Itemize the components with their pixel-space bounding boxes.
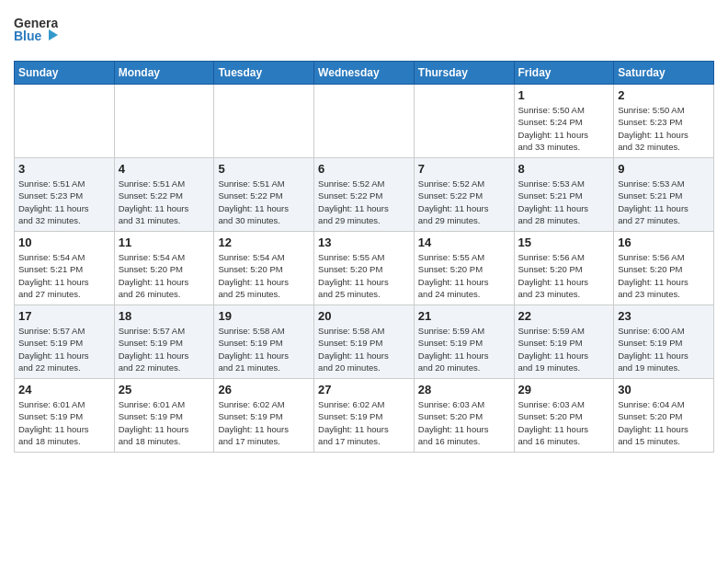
day-info: Sunrise: 5:51 AM Sunset: 5:23 PM Dayligh… xyxy=(18,178,110,226)
day-number: 7 xyxy=(418,162,510,176)
calendar-cell: 19Sunrise: 5:58 AM Sunset: 5:19 PM Dayli… xyxy=(214,305,314,379)
calendar-cell: 16Sunrise: 5:56 AM Sunset: 5:20 PM Dayli… xyxy=(614,232,714,305)
weekday-header-tuesday: Tuesday xyxy=(214,62,314,85)
day-number: 10 xyxy=(18,236,110,249)
calendar-cell: 24Sunrise: 6:01 AM Sunset: 5:19 PM Dayli… xyxy=(15,379,115,453)
day-number: 20 xyxy=(318,309,410,323)
calendar-cell: 27Sunrise: 6:02 AM Sunset: 5:19 PM Dayli… xyxy=(314,379,415,453)
calendar-cell: 5Sunrise: 5:51 AM Sunset: 5:22 PM Daylig… xyxy=(214,158,314,232)
day-info: Sunrise: 5:50 AM Sunset: 5:23 PM Dayligh… xyxy=(618,104,710,153)
day-number: 19 xyxy=(218,309,310,323)
day-info: Sunrise: 5:50 AM Sunset: 5:24 PM Dayligh… xyxy=(518,104,610,153)
calendar-cell: 21Sunrise: 5:59 AM Sunset: 5:19 PM Dayli… xyxy=(414,305,514,379)
day-number: 30 xyxy=(618,383,710,396)
calendar-week-row: 10Sunrise: 5:54 AM Sunset: 5:21 PM Dayli… xyxy=(15,232,714,305)
day-info: Sunrise: 5:57 AM Sunset: 5:19 PM Dayligh… xyxy=(119,325,210,373)
weekday-header-wednesday: Wednesday xyxy=(314,62,415,85)
calendar-table: SundayMondayTuesdayWednesdayThursdayFrid… xyxy=(14,61,714,453)
weekday-header-sunday: Sunday xyxy=(15,62,115,85)
day-info: Sunrise: 5:53 AM Sunset: 5:21 PM Dayligh… xyxy=(518,178,610,226)
calendar-cell: 28Sunrise: 6:03 AM Sunset: 5:20 PM Dayli… xyxy=(414,379,514,453)
calendar-cell: 22Sunrise: 5:59 AM Sunset: 5:19 PM Dayli… xyxy=(514,305,614,379)
calendar-cell: 1Sunrise: 5:50 AM Sunset: 5:24 PM Daylig… xyxy=(514,85,614,158)
calendar-cell: 17Sunrise: 5:57 AM Sunset: 5:19 PM Dayli… xyxy=(15,305,115,379)
calendar-cell: 9Sunrise: 5:53 AM Sunset: 5:21 PM Daylig… xyxy=(614,158,714,232)
day-info: Sunrise: 6:01 AM Sunset: 5:19 PM Dayligh… xyxy=(119,398,210,447)
calendar-cell: 30Sunrise: 6:04 AM Sunset: 5:20 PM Dayli… xyxy=(614,379,714,453)
day-number: 21 xyxy=(418,309,510,323)
calendar-cell xyxy=(114,85,214,158)
calendar-week-row: 24Sunrise: 6:01 AM Sunset: 5:19 PM Dayli… xyxy=(15,379,714,453)
day-number: 22 xyxy=(518,309,610,323)
day-info: Sunrise: 6:01 AM Sunset: 5:19 PM Dayligh… xyxy=(18,398,110,447)
day-info: Sunrise: 5:54 AM Sunset: 5:21 PM Dayligh… xyxy=(18,251,110,300)
calendar-cell: 7Sunrise: 5:52 AM Sunset: 5:22 PM Daylig… xyxy=(414,158,514,232)
calendar-week-row: 17Sunrise: 5:57 AM Sunset: 5:19 PM Dayli… xyxy=(15,305,714,379)
day-number: 1 xyxy=(518,88,610,102)
day-info: Sunrise: 5:51 AM Sunset: 5:22 PM Dayligh… xyxy=(218,178,310,226)
day-number: 16 xyxy=(618,236,710,249)
calendar-week-row: 1Sunrise: 5:50 AM Sunset: 5:24 PM Daylig… xyxy=(15,85,714,158)
day-number: 29 xyxy=(518,383,610,396)
day-info: Sunrise: 6:02 AM Sunset: 5:19 PM Dayligh… xyxy=(318,398,410,447)
day-info: Sunrise: 5:59 AM Sunset: 5:19 PM Dayligh… xyxy=(418,325,510,373)
calendar-cell: 18Sunrise: 5:57 AM Sunset: 5:19 PM Dayli… xyxy=(114,305,214,379)
day-number: 26 xyxy=(218,383,310,396)
calendar-cell: 10Sunrise: 5:54 AM Sunset: 5:21 PM Dayli… xyxy=(15,232,115,305)
day-number: 5 xyxy=(218,162,310,176)
calendar-cell: 11Sunrise: 5:54 AM Sunset: 5:20 PM Dayli… xyxy=(114,232,214,305)
day-number: 11 xyxy=(119,236,210,249)
calendar-cell: 12Sunrise: 5:54 AM Sunset: 5:20 PM Dayli… xyxy=(214,232,314,305)
svg-marker-2 xyxy=(49,29,58,40)
day-number: 8 xyxy=(518,162,610,176)
day-info: Sunrise: 5:55 AM Sunset: 5:20 PM Dayligh… xyxy=(418,251,510,300)
day-info: Sunrise: 5:56 AM Sunset: 5:20 PM Dayligh… xyxy=(518,251,610,300)
day-number: 15 xyxy=(518,236,610,249)
day-number: 6 xyxy=(318,162,410,176)
calendar-cell: 23Sunrise: 6:00 AM Sunset: 5:19 PM Dayli… xyxy=(614,305,714,379)
day-number: 28 xyxy=(418,383,510,396)
calendar-header: SundayMondayTuesdayWednesdayThursdayFrid… xyxy=(15,62,714,85)
day-info: Sunrise: 5:58 AM Sunset: 5:19 PM Dayligh… xyxy=(218,325,310,373)
weekday-header-saturday: Saturday xyxy=(614,62,714,85)
calendar-cell: 6Sunrise: 5:52 AM Sunset: 5:22 PM Daylig… xyxy=(314,158,415,232)
day-info: Sunrise: 5:51 AM Sunset: 5:22 PM Dayligh… xyxy=(119,178,210,226)
day-number: 23 xyxy=(618,309,710,323)
day-number: 24 xyxy=(18,383,110,396)
day-info: Sunrise: 6:03 AM Sunset: 5:20 PM Dayligh… xyxy=(418,398,510,447)
calendar-week-row: 3Sunrise: 5:51 AM Sunset: 5:23 PM Daylig… xyxy=(15,158,714,232)
calendar-cell: 2Sunrise: 5:50 AM Sunset: 5:23 PM Daylig… xyxy=(614,85,714,158)
calendar-cell xyxy=(414,85,514,158)
calendar-cell: 3Sunrise: 5:51 AM Sunset: 5:23 PM Daylig… xyxy=(15,158,115,232)
day-info: Sunrise: 5:55 AM Sunset: 5:20 PM Dayligh… xyxy=(318,251,410,300)
calendar-cell: 14Sunrise: 5:55 AM Sunset: 5:20 PM Dayli… xyxy=(414,232,514,305)
day-info: Sunrise: 6:04 AM Sunset: 5:20 PM Dayligh… xyxy=(618,398,710,447)
logo: General Blue xyxy=(14,13,62,53)
day-info: Sunrise: 6:02 AM Sunset: 5:19 PM Dayligh… xyxy=(218,398,310,447)
day-number: 2 xyxy=(618,88,710,102)
calendar-cell: 13Sunrise: 5:55 AM Sunset: 5:20 PM Dayli… xyxy=(314,232,415,305)
day-number: 27 xyxy=(318,383,410,396)
day-info: Sunrise: 5:59 AM Sunset: 5:19 PM Dayligh… xyxy=(518,325,610,373)
calendar-cell: 4Sunrise: 5:51 AM Sunset: 5:22 PM Daylig… xyxy=(114,158,214,232)
calendar-cell: 29Sunrise: 6:03 AM Sunset: 5:20 PM Dayli… xyxy=(514,379,614,453)
weekday-header-thursday: Thursday xyxy=(414,62,514,85)
day-info: Sunrise: 5:57 AM Sunset: 5:19 PM Dayligh… xyxy=(18,325,110,373)
day-info: Sunrise: 5:53 AM Sunset: 5:21 PM Dayligh… xyxy=(618,178,710,226)
calendar-cell: 15Sunrise: 5:56 AM Sunset: 5:20 PM Dayli… xyxy=(514,232,614,305)
day-number: 17 xyxy=(18,309,110,323)
day-number: 18 xyxy=(119,309,210,323)
calendar-cell: 26Sunrise: 6:02 AM Sunset: 5:19 PM Dayli… xyxy=(214,379,314,453)
page-header: General Blue xyxy=(14,9,714,53)
calendar-cell: 25Sunrise: 6:01 AM Sunset: 5:19 PM Dayli… xyxy=(114,379,214,453)
day-info: Sunrise: 5:54 AM Sunset: 5:20 PM Dayligh… xyxy=(218,251,310,300)
calendar-cell xyxy=(214,85,314,158)
calendar-cell xyxy=(15,85,115,158)
day-number: 3 xyxy=(18,162,110,176)
day-number: 9 xyxy=(618,162,710,176)
calendar-cell: 20Sunrise: 5:58 AM Sunset: 5:19 PM Dayli… xyxy=(314,305,415,379)
day-info: Sunrise: 5:52 AM Sunset: 5:22 PM Dayligh… xyxy=(318,178,410,226)
day-info: Sunrise: 5:56 AM Sunset: 5:20 PM Dayligh… xyxy=(618,251,710,300)
day-info: Sunrise: 5:54 AM Sunset: 5:20 PM Dayligh… xyxy=(119,251,210,300)
day-number: 12 xyxy=(218,236,310,249)
